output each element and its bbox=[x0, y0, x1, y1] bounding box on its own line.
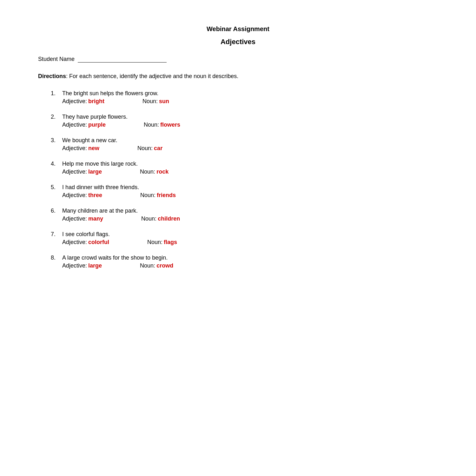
sentence-row: 8.A large crowd waits for the show to be… bbox=[51, 255, 438, 261]
noun-label: Noun: bbox=[141, 215, 156, 222]
adjective-value: many bbox=[88, 215, 103, 222]
noun-value: children bbox=[158, 215, 180, 222]
item-number: 7. bbox=[51, 231, 62, 238]
exercise-item: 7.I see colorful flags.Adjective:colorfu… bbox=[51, 231, 438, 246]
webinar-title: Webinar Assignment bbox=[38, 25, 438, 33]
noun-part: Noun:rock bbox=[140, 169, 169, 175]
sentence-row: 1.The bright sun helps the flowers grow. bbox=[51, 90, 438, 97]
adjective-value: large bbox=[88, 262, 102, 269]
noun-value: friends bbox=[157, 192, 176, 199]
adjective-value: large bbox=[88, 169, 102, 175]
student-name-line bbox=[78, 56, 167, 63]
worksheet-title: Adjectives bbox=[38, 38, 438, 46]
noun-part: Noun:car bbox=[137, 145, 162, 152]
sentence-row: 6.Many children are at the park. bbox=[51, 208, 438, 214]
noun-value: flowers bbox=[160, 122, 180, 128]
noun-part: Noun:flags bbox=[147, 239, 177, 246]
exercise-item: 5.I had dinner with three friends.Adject… bbox=[51, 184, 438, 199]
noun-value: sun bbox=[159, 98, 169, 105]
noun-value: rock bbox=[156, 169, 169, 175]
exercise-item: 4.Help me move this large rock.Adjective… bbox=[51, 161, 438, 175]
exercise-item: 8.A large crowd waits for the show to be… bbox=[51, 255, 438, 269]
sentence-text: They have purple flowers. bbox=[62, 114, 128, 120]
noun-label: Noun: bbox=[147, 239, 162, 246]
exercise-item: 1.The bright sun helps the flowers grow.… bbox=[51, 90, 438, 105]
adjective-value: purple bbox=[88, 122, 106, 128]
sentence-text: Help me move this large rock. bbox=[62, 161, 138, 167]
adjective-value: bright bbox=[88, 98, 104, 105]
adjective-label: Adjective: bbox=[62, 239, 87, 246]
adjective-value: three bbox=[88, 192, 102, 199]
item-number: 5. bbox=[51, 184, 62, 191]
noun-part: Noun:children bbox=[141, 215, 180, 222]
adjective-label: Adjective: bbox=[62, 169, 87, 175]
adjective-part: Adjective:purple bbox=[62, 122, 106, 128]
answer-row: Adjective:brightNoun:sun bbox=[51, 98, 438, 105]
exercise-item: 3.We bought a new car.Adjective:newNoun:… bbox=[51, 137, 438, 152]
answer-row: Adjective:purpleNoun:flowers bbox=[51, 122, 438, 128]
noun-part: Noun:flowers bbox=[144, 122, 180, 128]
directions-text: : For each sentence, identify the adject… bbox=[66, 73, 238, 79]
item-number: 3. bbox=[51, 137, 62, 144]
noun-part: Noun:friends bbox=[140, 192, 176, 199]
sentence-row: 7.I see colorful flags. bbox=[51, 231, 438, 238]
noun-label: Noun: bbox=[140, 262, 155, 269]
adjective-value: colorful bbox=[88, 239, 109, 246]
answer-row: Adjective:manyNoun:children bbox=[51, 215, 438, 222]
adjective-part: Adjective:colorful bbox=[62, 239, 109, 246]
adjective-part: Adjective:large bbox=[62, 169, 102, 175]
answer-row: Adjective:largeNoun:rock bbox=[51, 169, 438, 175]
adjective-part: Adjective:bright bbox=[62, 98, 104, 105]
item-number: 2. bbox=[51, 114, 62, 120]
answer-row: Adjective:newNoun:car bbox=[51, 145, 438, 152]
sentence-text: We bought a new car. bbox=[62, 137, 117, 144]
adjective-label: Adjective: bbox=[62, 122, 87, 128]
directions-label: Directions bbox=[38, 73, 66, 79]
item-number: 8. bbox=[51, 255, 62, 261]
sentence-row: 3.We bought a new car. bbox=[51, 137, 438, 144]
exercise-item: 6.Many children are at the park.Adjectiv… bbox=[51, 208, 438, 222]
noun-part: Noun:crowd bbox=[140, 262, 173, 269]
adjective-label: Adjective: bbox=[62, 215, 87, 222]
adjective-label: Adjective: bbox=[62, 98, 87, 105]
noun-part: Noun:sun bbox=[142, 98, 169, 105]
exercise-item: 2.They have purple flowers.Adjective:pur… bbox=[51, 114, 438, 128]
sentence-text: I see colorful flags. bbox=[62, 231, 110, 238]
item-number: 6. bbox=[51, 208, 62, 214]
adjective-label: Adjective: bbox=[62, 192, 87, 199]
sentence-row: 5.I had dinner with three friends. bbox=[51, 184, 438, 191]
sentence-text: I had dinner with three friends. bbox=[62, 184, 139, 191]
sentence-text: The bright sun helps the flowers grow. bbox=[62, 90, 158, 97]
adjective-label: Adjective: bbox=[62, 145, 87, 152]
item-number: 4. bbox=[51, 161, 62, 167]
sentence-row: 4.Help me move this large rock. bbox=[51, 161, 438, 167]
adjective-part: Adjective:many bbox=[62, 215, 103, 222]
directions: Directions: For each sentence, identify … bbox=[38, 72, 438, 81]
noun-value: crowd bbox=[156, 262, 173, 269]
item-number: 1. bbox=[51, 90, 62, 97]
sentence-row: 2.They have purple flowers. bbox=[51, 114, 438, 120]
sentence-text: Many children are at the park. bbox=[62, 208, 138, 214]
noun-label: Noun: bbox=[137, 145, 153, 152]
noun-label: Noun: bbox=[142, 98, 158, 105]
noun-value: car bbox=[154, 145, 162, 152]
answer-row: Adjective:largeNoun:crowd bbox=[51, 262, 438, 269]
exercises-container: 1.The bright sun helps the flowers grow.… bbox=[38, 90, 438, 269]
adjective-value: new bbox=[88, 145, 99, 152]
noun-value: flags bbox=[164, 239, 177, 246]
adjective-part: Adjective:new bbox=[62, 145, 99, 152]
student-name-row: Student Name bbox=[38, 56, 438, 63]
answer-row: Adjective:colorfulNoun:flags bbox=[51, 239, 438, 246]
noun-label: Noun: bbox=[144, 122, 159, 128]
student-name-label: Student Name bbox=[38, 56, 75, 63]
adjective-label: Adjective: bbox=[62, 262, 87, 269]
noun-label: Noun: bbox=[140, 169, 155, 175]
sentence-text: A large crowd waits for the show to begi… bbox=[62, 255, 168, 261]
noun-label: Noun: bbox=[140, 192, 155, 199]
answer-row: Adjective:threeNoun:friends bbox=[51, 192, 438, 199]
adjective-part: Adjective:large bbox=[62, 262, 102, 269]
adjective-part: Adjective:three bbox=[62, 192, 102, 199]
